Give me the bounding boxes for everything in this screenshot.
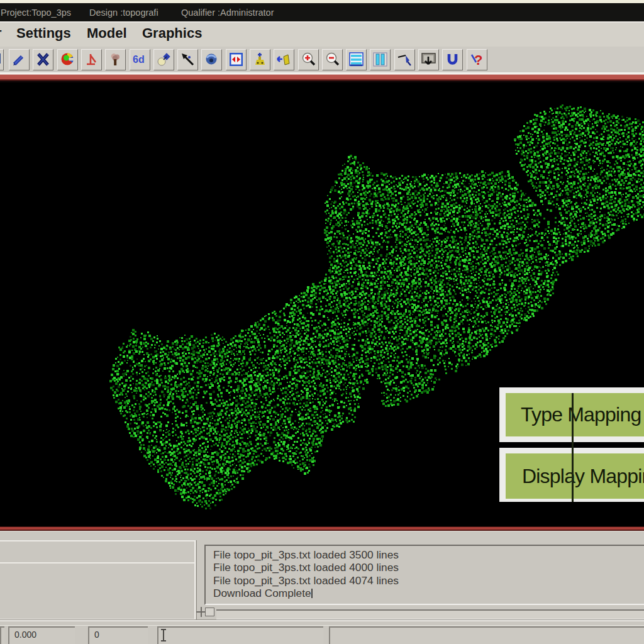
svg-text:6d: 6d (133, 54, 145, 65)
svg-text:?: ? (474, 52, 482, 67)
